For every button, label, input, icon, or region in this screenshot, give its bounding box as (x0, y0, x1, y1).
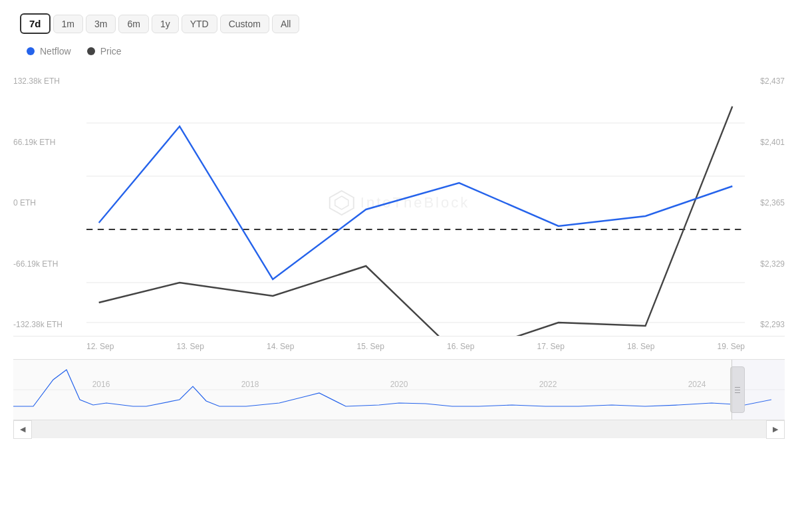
scroll-left-button[interactable]: ◀ (13, 420, 32, 439)
price-dot (87, 47, 95, 55)
y-left-label-3: -66.19k ETH (13, 259, 86, 269)
scroll-bar: ◀ ▶ (13, 420, 785, 438)
scroll-track[interactable] (32, 420, 766, 438)
netflow-dot (27, 47, 35, 55)
chart-wrapper: 132.38k ETH 66.19k ETH 0 ETH -66.19k ETH… (13, 70, 785, 356)
time-btn-6m[interactable]: 6m (118, 15, 148, 33)
time-btn-ytd[interactable]: YTD (182, 15, 217, 33)
time-btn-3m[interactable]: 3m (86, 15, 116, 33)
time-btn-7d[interactable]: 7d (20, 13, 51, 34)
x-label-6: 18. Sep (627, 342, 654, 351)
x-label-7: 19. Sep (718, 342, 745, 351)
legend-item-netflow: Netflow (27, 46, 71, 57)
main-chart-svg (86, 70, 745, 336)
y-right-label-2: $2,365 (745, 198, 785, 207)
x-label-2: 14. Sep (267, 342, 294, 351)
navigator-wrapper: 2016 2018 2020 2022 2024 (13, 359, 785, 438)
chart-area: 132.38k ETH 66.19k ETH 0 ETH -66.19k ETH… (13, 70, 785, 336)
price-line (99, 106, 733, 336)
price-label: Price (100, 46, 122, 57)
netflow-line (99, 126, 733, 279)
netflow-label: Netflow (40, 46, 71, 57)
y-left-label-0: 132.38k ETH (13, 76, 86, 86)
y-right-label-3: $2,329 (745, 259, 785, 269)
nav-chart-svg (13, 360, 785, 420)
x-label-3: 15. Sep (357, 342, 384, 351)
y-axis-right: $2,437 $2,401 $2,365 $2,329 $2,293 (745, 70, 785, 336)
time-btn-all[interactable]: All (272, 15, 300, 33)
y-right-label-4: $2,293 (745, 320, 785, 329)
y-right-label-0: $2,437 (745, 76, 785, 86)
y-axis-left: 132.38k ETH 66.19k ETH 0 ETH -66.19k ETH… (13, 70, 86, 336)
y-left-label-4: -132.38k ETH (13, 320, 86, 329)
time-btn-1m[interactable]: 1m (53, 15, 83, 33)
scroll-right-button[interactable]: ▶ (766, 420, 785, 439)
legend: Netflow Price (13, 46, 785, 57)
x-axis-labels: 12. Sep 13. Sep 14. Sep 15. Sep 16. Sep … (13, 336, 785, 356)
y-right-label-1: $2,401 (745, 138, 785, 147)
y-left-label-1: 66.19k ETH (13, 138, 86, 147)
legend-item-price: Price (87, 46, 122, 57)
time-btn-1y[interactable]: 1y (152, 15, 179, 33)
navigator-area: 2016 2018 2020 2022 2024 (13, 360, 785, 420)
time-btn-custom[interactable]: Custom (220, 15, 269, 33)
x-label-1: 13. Sep (177, 342, 204, 351)
x-label-5: 17. Sep (537, 342, 565, 351)
nav-selected-region (732, 360, 785, 420)
time-range-bar: 7d1m3m6m1yYTDCustomAll (13, 13, 785, 34)
nav-netflow-line (13, 370, 771, 406)
x-label-0: 12. Sep (86, 342, 114, 351)
y-left-label-2: 0 ETH (13, 198, 86, 207)
x-label-4: 16. Sep (447, 342, 474, 351)
